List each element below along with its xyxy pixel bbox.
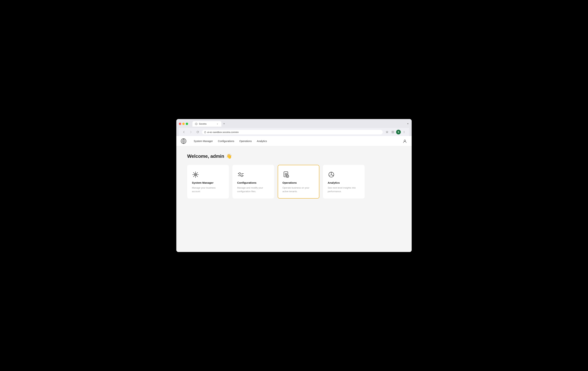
address-bar: ui-ec-sandbox.socotra.com/en S bbox=[179, 128, 409, 136]
configurations-title: Configurations bbox=[237, 181, 257, 184]
configurations-desc: Manage and modify your configuration fil… bbox=[237, 186, 269, 193]
app-navbar: System Manager Configurations Operations… bbox=[176, 136, 412, 146]
svg-point-5 bbox=[404, 131, 404, 131]
nav-configurations[interactable]: Configurations bbox=[218, 139, 234, 143]
new-tab-button[interactable]: + bbox=[221, 121, 227, 127]
configurations-icon bbox=[237, 171, 244, 178]
svg-point-13 bbox=[241, 175, 243, 177]
browser-profile-button[interactable]: S bbox=[396, 130, 401, 134]
tab-bar: Socotra × + bbox=[192, 121, 405, 127]
svg-point-6 bbox=[404, 132, 404, 132]
address-bar-input[interactable]: ui-ec-sandbox.socotra.com/en bbox=[202, 130, 383, 134]
svg-point-10 bbox=[194, 173, 197, 176]
bookmark-button[interactable] bbox=[385, 130, 389, 135]
browser-window: Socotra × + ▾ bbox=[176, 119, 412, 252]
browser-titlebar: Socotra × + ▾ bbox=[176, 119, 412, 136]
svg-rect-4 bbox=[393, 132, 394, 133]
lock-icon bbox=[204, 131, 206, 133]
tab-close-button[interactable]: × bbox=[216, 122, 219, 125]
svg-rect-0 bbox=[205, 132, 206, 133]
nav-right bbox=[402, 139, 407, 144]
tab-favicon bbox=[195, 123, 198, 125]
page-content: System Manager Configurations Operations… bbox=[176, 136, 412, 252]
nav-operations[interactable]: Operations bbox=[239, 139, 252, 143]
reload-button[interactable] bbox=[195, 130, 200, 135]
svg-point-9 bbox=[404, 140, 406, 141]
minimize-button[interactable] bbox=[182, 123, 185, 125]
nav-links: System Manager Configurations Operations… bbox=[194, 139, 397, 143]
more-options-button[interactable] bbox=[401, 130, 407, 135]
operations-icon bbox=[283, 171, 290, 178]
tab-dropdown[interactable]: ▾ bbox=[407, 122, 409, 126]
svg-rect-3 bbox=[392, 132, 393, 133]
svg-rect-2 bbox=[393, 131, 394, 132]
svg-point-11 bbox=[195, 174, 196, 175]
main-area: Welcome, admin 👋 System Manager bbox=[176, 146, 412, 206]
active-tab[interactable]: Socotra × bbox=[192, 121, 221, 127]
app-logo[interactable] bbox=[181, 138, 187, 144]
operations-card[interactable]: Operations Operate business on your acti… bbox=[278, 165, 319, 198]
extensions-button[interactable] bbox=[390, 130, 395, 135]
svg-point-7 bbox=[404, 133, 404, 133]
analytics-icon bbox=[328, 171, 335, 178]
configurations-card[interactable]: Configurations Manage and modify your co… bbox=[232, 165, 274, 198]
svg-point-12 bbox=[239, 173, 241, 175]
wave-emoji: 👋 bbox=[226, 153, 232, 159]
analytics-desc: See next-level insights into performance… bbox=[328, 186, 360, 193]
svg-rect-1 bbox=[392, 131, 393, 132]
welcome-heading: Welcome, admin 👋 bbox=[187, 153, 401, 159]
analytics-card[interactable]: Analytics See next-level insights into p… bbox=[323, 165, 365, 198]
url-text: ui-ec-sandbox.socotra.com/en bbox=[207, 131, 380, 133]
nav-analytics[interactable]: Analytics bbox=[257, 139, 267, 143]
forward-button[interactable] bbox=[188, 130, 193, 135]
user-account-icon[interactable] bbox=[402, 139, 407, 144]
welcome-text: Welcome, admin bbox=[187, 153, 224, 159]
analytics-title: Analytics bbox=[328, 181, 340, 184]
back-button[interactable] bbox=[181, 130, 187, 135]
close-button[interactable] bbox=[179, 123, 181, 125]
system-manager-icon bbox=[192, 171, 199, 178]
system-manager-title: System Manager bbox=[192, 181, 213, 184]
traffic-lights bbox=[179, 123, 188, 125]
system-manager-card[interactable]: System Manager Manage your business acco… bbox=[187, 165, 229, 198]
nav-system-manager[interactable]: System Manager bbox=[194, 139, 213, 143]
cards-grid: System Manager Manage your business acco… bbox=[187, 165, 401, 198]
operations-desc: Operate business on your active tenants. bbox=[283, 186, 315, 193]
browser-actions: S bbox=[385, 130, 407, 135]
system-manager-desc: Manage your business account bbox=[192, 186, 224, 193]
operations-title: Operations bbox=[283, 181, 297, 184]
browser-controls: Socotra × + ▾ bbox=[179, 121, 409, 127]
tab-title: Socotra bbox=[199, 123, 206, 125]
maximize-button[interactable] bbox=[186, 123, 188, 125]
